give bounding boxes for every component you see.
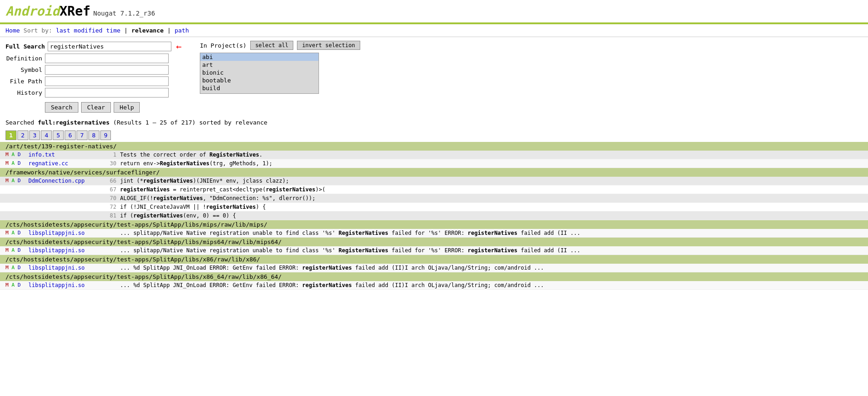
badge-m: M (5, 160, 9, 166)
range-start: 1 (145, 119, 149, 126)
list-item[interactable]: bionic (200, 69, 319, 76)
list-item[interactable]: build (200, 84, 319, 92)
full-search-input[interactable] (48, 42, 171, 51)
badges: M A D (5, 247, 28, 253)
full-search-label: Full Search (5, 43, 45, 50)
badges: M A D (5, 282, 28, 288)
filename-link[interactable]: libsplitappjni.so (28, 282, 106, 288)
highlight: registerNatives (302, 282, 352, 288)
filename-link[interactable]: libsplitappjni.so (28, 230, 106, 236)
page-2[interactable]: 2 (17, 130, 28, 140)
file-group-header: /cts/hostsidetests/appsecurity/test-apps… (0, 272, 868, 281)
line-number: 81 (106, 212, 120, 219)
page-7[interactable]: 7 (77, 130, 88, 140)
table-row: M A D libsplitappjni.so ... %d SplitApp … (0, 264, 868, 272)
page-8[interactable]: 8 (88, 130, 99, 140)
title-android: Android (5, 4, 60, 19)
badges: M A D (5, 265, 28, 271)
sort-relevance[interactable]: relevance (132, 27, 164, 34)
page-1[interactable]: 1 (5, 130, 16, 140)
highlight: registerNatives (206, 204, 256, 210)
table-row: 70 ALOGE_IF(!registerNatives, "DdmConnec… (0, 194, 868, 203)
select-all-button[interactable]: select all (250, 41, 293, 50)
filename-link[interactable]: libsplitappjni.so (28, 247, 106, 254)
project-list[interactable]: abi art bionic bootable build compatibil… (200, 53, 319, 94)
file-group-header: /cts/hostsidetests/appsecurity/test-apps… (0, 220, 868, 229)
table-row: 72 if (!JNI_CreateJavaVM || !registerNat… (0, 203, 868, 212)
list-item[interactable]: compatibility (200, 92, 319, 94)
badge-d: D (18, 178, 21, 184)
search-button[interactable]: Search (45, 102, 78, 113)
line-content: return env->RegisterNatives(trg, gMethod… (120, 160, 863, 167)
line-number: 70 (106, 195, 120, 201)
line-number: 66 (106, 178, 120, 184)
symbol-input[interactable] (45, 65, 169, 75)
search-form: Full Search ← Definition Symbol File Pat… (5, 41, 181, 113)
badge-m: M (5, 152, 9, 157)
list-item[interactable]: art (200, 61, 319, 69)
table-row: M A D libsplitappjni.so ... splitapp/Nat… (0, 229, 868, 238)
filepath-label: File Path (5, 78, 42, 85)
nav-home[interactable]: Home (5, 27, 20, 34)
invert-selection-button[interactable]: invert selection (297, 41, 360, 50)
line-content: ... splitapp/Native Native registration … (120, 247, 863, 254)
definition-input[interactable] (45, 54, 169, 63)
table-row: M A D libsplitappjni.so ... splitapp/Nat… (0, 246, 868, 255)
file-group-header: /cts/hostsidetests/appsecurity/test-apps… (0, 238, 868, 246)
page-9[interactable]: 9 (100, 130, 111, 140)
red-arrow-icon: ← (176, 41, 181, 52)
line-content: registerNatives = reinterpret_cast<declt… (120, 186, 863, 193)
line-content: ... splitapp/Native Native registration … (120, 230, 863, 236)
line-content: if (!JNI_CreateJavaVM || !registerNative… (120, 204, 863, 210)
filename-link[interactable]: DdmConnection.cpp (28, 178, 106, 184)
help-button[interactable]: Help (114, 102, 140, 113)
line-number: 1 (106, 152, 120, 158)
list-item[interactable]: bootable (200, 76, 319, 84)
filename-link[interactable]: regnative.cc (28, 160, 106, 167)
sort-last-modified[interactable]: last modified time (56, 27, 121, 34)
highlight: RegisterNatives (339, 247, 388, 254)
sort-label: Sort by: (23, 27, 52, 34)
sort-path[interactable]: path (175, 27, 189, 34)
filename-link[interactable]: libsplitappjni.so (28, 265, 106, 271)
badge-m: M (5, 230, 9, 236)
line-content: ... %d SplitApp JNI_OnLoad ERROR: GetEnv… (120, 282, 863, 288)
highlight: RegisterNatives (339, 230, 388, 236)
highlight2: registerNatives (266, 186, 315, 193)
badges: M A D (5, 230, 28, 236)
sort-by: relevance (235, 119, 267, 126)
clear-button[interactable]: Clear (81, 102, 111, 113)
badge-a: A (11, 152, 15, 157)
site-title: AndroidXRefNougat 7.1.2_r36 (5, 4, 155, 19)
page-4[interactable]: 4 (41, 130, 52, 140)
table-row: M A D regnative.cc 30 return env->Regist… (0, 159, 868, 168)
highlight: registerNatives (153, 195, 203, 201)
line-content: ALOGE_IF(!registerNatives, "DdmConnectio… (120, 195, 863, 201)
history-input[interactable] (45, 88, 169, 98)
badge-a: A (11, 160, 15, 166)
line-content: if (registerNatives(env, 0) == 0) { (120, 212, 863, 219)
history-label: History (5, 89, 42, 96)
project-header: In Project(s) select all invert selectio… (200, 41, 360, 50)
filename-link[interactable]: info.txt (28, 152, 106, 158)
line-number: 72 (106, 204, 120, 210)
page-3[interactable]: 3 (29, 130, 40, 140)
badge-a: A (11, 265, 15, 271)
highlight: registerNatives (120, 186, 170, 193)
badge-a: A (11, 247, 15, 253)
badges: M A D (5, 178, 28, 184)
badge-d: D (18, 160, 21, 166)
search-query: full:registernatives (38, 119, 110, 126)
page-5[interactable]: 5 (53, 130, 64, 140)
page-6[interactable]: 6 (65, 130, 76, 140)
filepath-input[interactable] (45, 76, 169, 86)
list-item[interactable]: abi (200, 53, 319, 61)
badge-a: A (11, 230, 15, 236)
badges: M A D (5, 160, 28, 166)
badge-m: M (5, 247, 9, 253)
results-list: /art/test/139-register-natives/ M A D in… (0, 142, 868, 290)
highlight: registerNatives (133, 212, 183, 219)
line-number: 30 (106, 160, 120, 167)
title-xref: XRef (60, 4, 90, 19)
filepath-row: File Path (5, 76, 181, 86)
